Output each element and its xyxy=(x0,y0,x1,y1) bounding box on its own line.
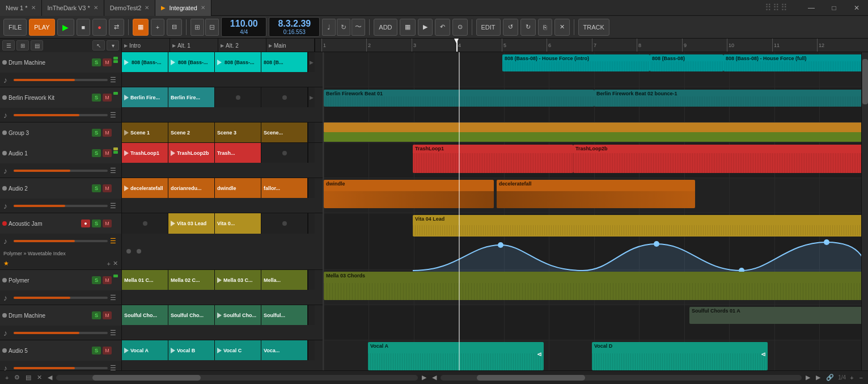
collapse-icon-audio5[interactable]: ♪ xyxy=(3,364,11,370)
arr-clip-808-full[interactable]: 808 (Bass-08) - House Force (full) xyxy=(723,54,861,71)
arr-clip-trash2b[interactable]: TrashLoop2b xyxy=(573,145,861,173)
metronome-icon[interactable]: ♩ xyxy=(322,19,336,36)
arr-clip-vocal-d[interactable]: Vocal D ⊲ xyxy=(592,342,768,370)
clip-play-audio5-1[interactable] xyxy=(124,348,129,353)
settings-bot-icon[interactable]: ⚙ xyxy=(12,374,22,381)
fader-drum1[interactable] xyxy=(14,79,108,81)
arr-clip-soulful[interactable]: Soulful Chords 01 A xyxy=(689,307,861,324)
hscrollbar-right[interactable] xyxy=(441,375,802,381)
solo-button-berlin[interactable]: M xyxy=(103,94,112,102)
clip-vocal-b[interactable]: Vocal B xyxy=(168,340,215,360)
arr-clip-mella03[interactable]: Mella 03 Chords xyxy=(324,272,861,300)
clip-scene4[interactable]: Scene... xyxy=(261,123,308,142)
track-active-drum2[interactable] xyxy=(2,313,7,318)
scene-col-alt1[interactable]: ▶ Alt. 1 xyxy=(170,39,218,52)
link-icon[interactable]: 🔗 xyxy=(824,374,836,381)
clip-berlin-1[interactable]: Berlin Fire... xyxy=(122,87,168,107)
env-dot-1[interactable] xyxy=(126,249,131,254)
zoom-minus[interactable]: − xyxy=(858,374,865,381)
clip-play-audio5-3[interactable] xyxy=(217,348,222,353)
session-button[interactable]: ▦ xyxy=(133,19,149,36)
loop-icon[interactable]: ↻ xyxy=(337,19,350,36)
clip-play-audio2-1[interactable] xyxy=(124,185,129,191)
solo-button-audio5[interactable]: M xyxy=(103,347,112,355)
settings-icon-audio2[interactable]: ☰ xyxy=(110,202,118,210)
collapse-icon-acoustic[interactable]: ♪ xyxy=(3,237,11,246)
clip-mella01[interactable]: Mella 01 C... xyxy=(122,270,168,290)
track-active-polymer[interactable] xyxy=(2,278,7,282)
solo-button-drum2[interactable]: M xyxy=(103,311,112,319)
sort-icon[interactable]: ☰ xyxy=(2,40,15,50)
minimize-button[interactable]: — xyxy=(800,0,823,16)
track-active-audio2[interactable] xyxy=(2,186,7,191)
clip-play-polymer-3[interactable] xyxy=(217,277,222,283)
scroll-left2[interactable]: ◀ xyxy=(430,374,438,381)
track-active-group3[interactable] xyxy=(2,130,7,135)
fader-audio5[interactable] xyxy=(14,367,108,369)
arr-clip-dwindle[interactable]: dwindle xyxy=(324,180,494,208)
track-active-audio1[interactable] xyxy=(2,151,7,155)
add-section-button[interactable]: + xyxy=(151,19,164,36)
clip-play-drum1-2[interactable] xyxy=(171,60,176,65)
solo-button-drum1[interactable]: M xyxy=(103,58,112,66)
fader-drum2[interactable] xyxy=(14,332,108,334)
scroll-right[interactable]: ▶ xyxy=(420,374,428,381)
clip-vita04[interactable]: Vita 0... xyxy=(215,213,261,234)
settings-icon-polymer[interactable]: ☰ xyxy=(110,294,118,302)
mute-button-audio1[interactable]: S xyxy=(92,149,101,157)
clip-808-4[interactable]: 808 (B... xyxy=(261,52,308,72)
file-button[interactable]: FILE xyxy=(3,19,27,36)
hscrollbar-left[interactable] xyxy=(56,375,417,381)
clip-808-2[interactable]: 808 (Bass-... xyxy=(168,52,215,72)
clip-mella03[interactable]: Mella 03 C... xyxy=(215,270,261,290)
collapse-icon-audio1[interactable]: ♪ xyxy=(3,166,11,175)
settings-icon-drum2[interactable]: ☰ xyxy=(110,329,118,337)
mute-button-audio2[interactable]: S xyxy=(92,184,101,192)
solo-button-group3[interactable]: M xyxy=(103,129,112,137)
close-icon2[interactable]: ✕ xyxy=(113,260,118,267)
undo2-button[interactable]: ↺ xyxy=(503,19,518,36)
preset-star[interactable]: ★ xyxy=(3,260,9,267)
tab-new1[interactable]: New 1 * ✕ xyxy=(0,0,42,16)
clip-trash1[interactable]: TrashLoop1 xyxy=(122,143,168,163)
clip-vocal-c[interactable]: Vocal C xyxy=(215,340,261,360)
scroll-left[interactable]: ◀ xyxy=(46,374,54,381)
arr-clip-berlin-2[interactable]: Berlin Firework Beat 02 bounce-1 xyxy=(594,90,861,107)
clip-play-audio5-2[interactable] xyxy=(171,348,175,353)
clip-soulful3[interactable]: Soulful Cho... xyxy=(215,305,261,325)
mute-button-berlin[interactable]: S xyxy=(92,94,101,102)
solo-button-audio2[interactable]: M xyxy=(103,184,112,192)
clip-vita03[interactable]: Vita 03 Lead xyxy=(168,213,215,234)
clip-soulful1[interactable]: Soulful Cho... xyxy=(122,305,168,325)
solo-button-polymer[interactable]: M xyxy=(103,276,112,284)
zoom-out-button[interactable]: ⊟ xyxy=(167,19,182,36)
clip-scene2[interactable]: Scene 2 xyxy=(168,123,215,142)
scroll-right2[interactable]: ▶ xyxy=(804,374,812,381)
arr-clip-808-intro[interactable]: 808 (Bass-08) - House Force (intro) xyxy=(502,54,650,71)
scene-col-intro[interactable]: ▶ Intro xyxy=(122,39,170,52)
fader-berlin[interactable] xyxy=(14,114,108,116)
delete-button[interactable]: ✕ xyxy=(554,19,570,36)
vscroll-thumb[interactable] xyxy=(862,59,868,104)
position-display[interactable]: 8.3.2.39 0:16.553 xyxy=(269,17,320,37)
vscrollbar[interactable] xyxy=(861,52,868,370)
copy-button[interactable]: ⎘ xyxy=(538,19,552,36)
tap-icon[interactable]: 〜 xyxy=(352,19,365,36)
x-bot-icon[interactable]: ✕ xyxy=(35,374,44,381)
solo-button-acoustic[interactable]: M xyxy=(103,220,112,227)
clip-play-drum1-3[interactable] xyxy=(217,60,223,65)
clip-808-1[interactable]: 808 (Bass-... xyxy=(122,52,168,72)
clip-play-drum2-3[interactable] xyxy=(217,313,222,318)
clip-berlin-2[interactable]: Berlin Fire... xyxy=(168,87,215,107)
clip-mella02[interactable]: Mella 02 C... xyxy=(168,270,215,290)
redo2-button[interactable]: ↻ xyxy=(520,19,536,36)
arr-clip-trash1[interactable]: TrashLoop1 xyxy=(413,145,573,173)
play2-button[interactable]: ▶ xyxy=(418,19,433,36)
color-icon[interactable]: ▤ xyxy=(31,40,43,50)
fader-audio1[interactable] xyxy=(14,170,108,172)
transport-loop-button[interactable]: ⇄ xyxy=(109,19,124,36)
close-button[interactable]: ✕ xyxy=(845,0,868,16)
transport-play-button[interactable]: ▶ xyxy=(57,19,74,36)
arr-clip-group3-top[interactable] xyxy=(324,123,861,132)
scene-col-main[interactable]: ▶ Main xyxy=(266,39,315,52)
